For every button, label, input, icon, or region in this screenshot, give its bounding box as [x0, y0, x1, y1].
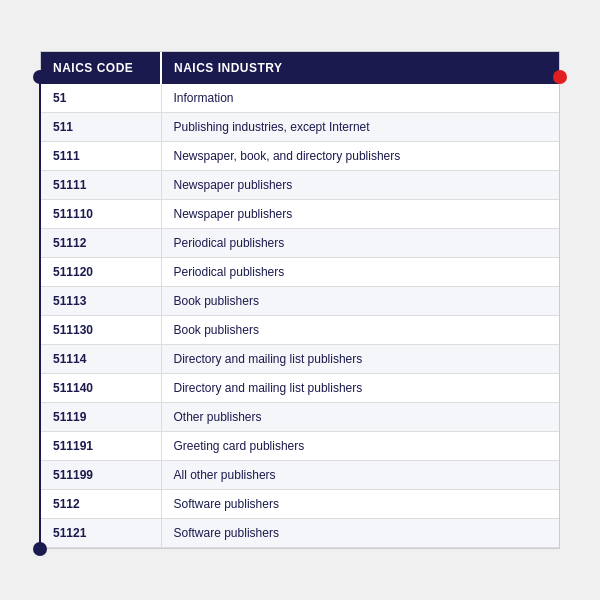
table-row: 51121Software publishers	[41, 519, 559, 548]
table-row: 51Information	[41, 84, 559, 113]
cell-code: 51	[41, 84, 161, 113]
cell-code: 511191	[41, 432, 161, 461]
table-body: 51Information511Publishing industries, e…	[41, 84, 559, 548]
table-row: 511Publishing industries, except Interne…	[41, 113, 559, 142]
cell-industry: Periodical publishers	[161, 258, 559, 287]
cell-code: 511130	[41, 316, 161, 345]
naics-table: NAICS CODE NAICS INDUSTRY 51Information5…	[41, 52, 559, 548]
cell-code: 511110	[41, 200, 161, 229]
table-row: 511120Periodical publishers	[41, 258, 559, 287]
cell-code: 511199	[41, 461, 161, 490]
cell-code: 51113	[41, 287, 161, 316]
table-header-row: NAICS CODE NAICS INDUSTRY	[41, 52, 559, 84]
deco-line-left	[39, 77, 41, 548]
cell-industry: Book publishers	[161, 287, 559, 316]
table-row: 511130Book publishers	[41, 316, 559, 345]
cell-industry: Directory and mailing list publishers	[161, 374, 559, 403]
table-row: 51111Newspaper publishers	[41, 171, 559, 200]
col-header-code: NAICS CODE	[41, 52, 161, 84]
cell-industry: Information	[161, 84, 559, 113]
cell-industry: Periodical publishers	[161, 229, 559, 258]
cell-industry: Newspaper publishers	[161, 171, 559, 200]
deco-circle-right-top	[553, 70, 567, 84]
cell-code: 5112	[41, 490, 161, 519]
cell-code: 51119	[41, 403, 161, 432]
cell-industry: Directory and mailing list publishers	[161, 345, 559, 374]
cell-industry: Newspaper, book, and directory publisher…	[161, 142, 559, 171]
cell-code: 511	[41, 113, 161, 142]
cell-code: 51114	[41, 345, 161, 374]
cell-industry: Greeting card publishers	[161, 432, 559, 461]
table-row: 5112Software publishers	[41, 490, 559, 519]
table-row: 511199All other publishers	[41, 461, 559, 490]
cell-industry: Other publishers	[161, 403, 559, 432]
cell-code: 511120	[41, 258, 161, 287]
table-row: 511191Greeting card publishers	[41, 432, 559, 461]
table-row: 511140Directory and mailing list publish…	[41, 374, 559, 403]
cell-code: 51112	[41, 229, 161, 258]
cell-industry: Newspaper publishers	[161, 200, 559, 229]
table-wrapper: NAICS CODE NAICS INDUSTRY 51Information5…	[41, 52, 559, 548]
cell-code: 51121	[41, 519, 161, 548]
table-row: 51119Other publishers	[41, 403, 559, 432]
cell-code: 511140	[41, 374, 161, 403]
table-row: 51112Periodical publishers	[41, 229, 559, 258]
cell-industry: Publishing industries, except Internet	[161, 113, 559, 142]
table-row: 5111Newspaper, book, and directory publi…	[41, 142, 559, 171]
main-container: NAICS CODE NAICS INDUSTRY 51Information5…	[40, 51, 560, 549]
col-header-industry: NAICS INDUSTRY	[161, 52, 559, 84]
cell-industry: Software publishers	[161, 490, 559, 519]
cell-industry: All other publishers	[161, 461, 559, 490]
table-row: 511110Newspaper publishers	[41, 200, 559, 229]
cell-industry: Software publishers	[161, 519, 559, 548]
deco-circle-left-top	[33, 70, 47, 84]
cell-industry: Book publishers	[161, 316, 559, 345]
deco-circle-left-bottom	[33, 542, 47, 556]
cell-code: 5111	[41, 142, 161, 171]
table-row: 51113Book publishers	[41, 287, 559, 316]
table-row: 51114Directory and mailing list publishe…	[41, 345, 559, 374]
cell-code: 51111	[41, 171, 161, 200]
